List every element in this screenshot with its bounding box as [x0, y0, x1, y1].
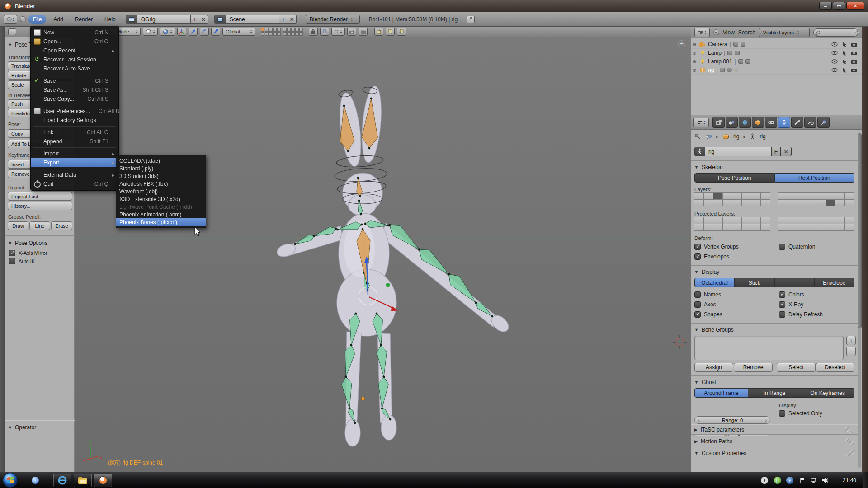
tab-physics[interactable]	[817, 117, 830, 128]
menu-item[interactable]: Open... Ctrl O ▸	[31, 37, 118, 46]
grease-line-button[interactable]: Line	[29, 221, 50, 230]
paste-flipped-pose-icon[interactable]	[397, 28, 406, 36]
render-engine-select[interactable]: Blender Render ▴▾	[306, 15, 360, 24]
layer-cell[interactable]	[722, 217, 732, 224]
panel-header-bone-groups[interactable]: ▼ Bone Groups	[691, 327, 737, 333]
grease-draw-button[interactable]: Draw	[8, 221, 28, 230]
lamp-data-icon[interactable]	[735, 51, 740, 55]
layer-cell[interactable]	[807, 217, 816, 224]
layer-cell[interactable]	[816, 199, 826, 206]
collapse-menus-icon[interactable]: −	[713, 29, 719, 35]
bbone-button[interactable]	[775, 278, 815, 287]
editor-type-button[interactable]: ⓘ▴▾	[4, 15, 17, 24]
armature-bones[interactable]	[294, 98, 494, 424]
renderability-camera-icon[interactable]	[851, 51, 857, 55]
pose-mode-icon[interactable]	[727, 68, 732, 72]
selectability-cursor-icon[interactable]	[842, 42, 847, 47]
layer-cell[interactable]	[732, 199, 742, 206]
tab-scene[interactable]	[726, 117, 738, 128]
layer-cell[interactable]	[703, 217, 713, 224]
layer-cell[interactable]	[835, 217, 845, 224]
colors-checkbox[interactable]	[779, 291, 785, 298]
visibility-eye-icon[interactable]	[831, 59, 838, 64]
menu-item[interactable]: Link Ctrl Alt O ▸	[31, 128, 118, 137]
menu-item[interactable]: Open Recent... ▸	[31, 46, 118, 55]
menu-item[interactable]: Quit Ctrl Q ▸	[31, 179, 118, 188]
fake-user-button[interactable]: F	[772, 147, 781, 156]
menu-item[interactable]: Recover Last Session ▸	[31, 55, 118, 64]
menu-item[interactable]: Save As... Shift Ctrl S ▸	[31, 85, 118, 94]
names-checkbox[interactable]	[694, 291, 701, 298]
layer-cell[interactable]	[778, 217, 788, 224]
lamp-data-icon[interactable]	[745, 59, 750, 64]
copy-pose-icon[interactable]	[374, 28, 383, 36]
panel-header-itasc[interactable]: iTaSC parameters	[691, 424, 858, 435]
assign-button[interactable]: Assign	[694, 363, 733, 372]
stick-button[interactable]: Stick	[735, 278, 774, 287]
menu-item[interactable]: Wavefront (.obj) ▸	[116, 188, 206, 195]
selectability-cursor-icon[interactable]	[842, 59, 847, 64]
animation-icon[interactable]	[720, 68, 725, 72]
render-opengl-button[interactable]	[347, 28, 356, 36]
layer-cell[interactable]	[751, 192, 761, 200]
animation-icon[interactable]	[727, 51, 732, 55]
layer-cell[interactable]	[703, 224, 713, 231]
paste-pose-icon[interactable]	[386, 28, 395, 36]
menu-file[interactable]: File	[28, 15, 46, 24]
datablock-name-input[interactable]: rig	[705, 147, 772, 156]
tool-shelf-icon[interactable]	[8, 28, 16, 35]
show-desktop-button[interactable]	[863, 472, 868, 488]
pin-icon[interactable]	[694, 133, 701, 140]
screen-name-field[interactable]: OGrig	[137, 15, 191, 24]
viewport-3d[interactable]: Pose Mode ▴▾ ▴▾ ▴▾ Global ▴▾	[75, 27, 691, 472]
envelopes-checkbox[interactable]	[694, 253, 701, 260]
layer-cell[interactable]	[694, 199, 704, 206]
properties-editor-type-button[interactable]: ▴▾	[693, 118, 709, 127]
layer-cell[interactable]	[826, 217, 835, 224]
menu-item[interactable]: Export ▸	[31, 158, 118, 167]
tab-bone-constraint[interactable]	[804, 117, 816, 128]
expand-icon[interactable]: ⊕	[693, 68, 697, 73]
tray-icon-2[interactable]: ⚡	[786, 477, 793, 484]
minimize-button[interactable]: –	[819, 2, 832, 10]
tray-network-icon[interactable]	[810, 477, 817, 484]
menu-item[interactable]: New Ctrl N ▸	[31, 28, 118, 37]
layer-cell[interactable]	[826, 224, 835, 231]
xray-checkbox[interactable]	[779, 301, 785, 308]
panel-header-skeleton[interactable]: ▼ Skeleton	[691, 164, 726, 170]
history-button[interactable]: History...	[8, 202, 72, 210]
panel-header-operator[interactable]: ▼Operator	[8, 424, 36, 431]
visibility-eye-icon[interactable]	[831, 68, 838, 72]
layer-cell[interactable]	[760, 192, 770, 200]
layer-cell[interactable]	[741, 199, 751, 206]
menu-render[interactable]: Render	[71, 15, 97, 24]
shapes-checkbox[interactable]	[694, 311, 701, 318]
menu-item[interactable]: External Data ▸	[31, 170, 118, 179]
renderability-camera-icon[interactable]	[851, 42, 857, 47]
layer-cell[interactable]	[694, 224, 704, 231]
layer-cell[interactable]	[778, 192, 788, 200]
snap-element-select[interactable]: ▴▾	[331, 28, 345, 36]
render-animation-button[interactable]	[359, 28, 368, 36]
layer-cell[interactable]	[703, 192, 713, 200]
selectability-cursor-icon[interactable]	[842, 68, 847, 73]
layer-cell[interactable]	[713, 199, 723, 206]
layer-cell[interactable]	[713, 217, 723, 224]
octahedral-button[interactable]: Octahedral	[694, 278, 735, 287]
in-range-button[interactable]: In Range	[748, 388, 802, 398]
tray-volume-icon[interactable]	[822, 477, 829, 484]
menu-item[interactable]: Load Factory Settings ▸	[31, 116, 118, 125]
layer-cell[interactable]	[760, 224, 770, 231]
deselect-button[interactable]: Deselect	[816, 363, 854, 372]
layer-cell[interactable]	[844, 217, 854, 224]
object-cube-icon[interactable]	[722, 134, 729, 140]
tray-utorrent-icon[interactable]: µ	[774, 477, 781, 484]
selectability-cursor-icon[interactable]	[842, 51, 847, 56]
menu-help[interactable]: Help	[100, 15, 120, 24]
outliner-filter-select[interactable]: Visible Layers ▴▾	[759, 28, 810, 37]
properties-scrollbar[interactable]	[858, 133, 861, 468]
layer-cell[interactable]	[751, 217, 761, 224]
panel-header-custom-properties[interactable]: Custom Properties	[691, 448, 858, 458]
menu-item[interactable]: Append Shift F1 ▸	[31, 137, 118, 146]
manipulator-axis-button[interactable]	[177, 28, 186, 36]
